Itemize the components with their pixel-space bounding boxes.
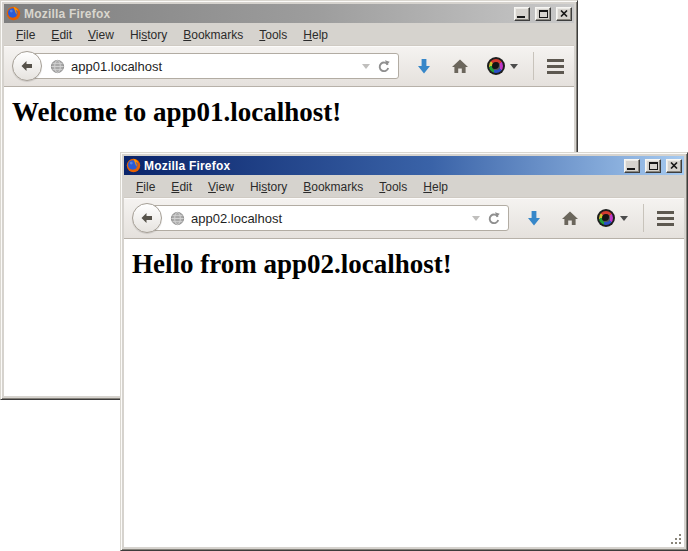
minimize-icon (517, 16, 525, 18)
maximize-button[interactable] (535, 7, 551, 21)
toolbar-separator (533, 52, 534, 80)
menu-help[interactable]: Help (415, 178, 456, 196)
menu-edit[interactable]: Edit (163, 178, 200, 196)
menu-file[interactable]: File (8, 26, 43, 44)
menu-tools[interactable]: Tools (251, 26, 295, 44)
close-icon (670, 162, 678, 169)
close-button[interactable] (666, 159, 682, 173)
close-button[interactable] (556, 7, 572, 21)
menu-bar: File Edit View History Bookmarks Tools H… (124, 176, 684, 197)
back-button[interactable] (12, 51, 42, 81)
extension-button[interactable] (597, 209, 628, 227)
maximize-icon (539, 10, 548, 18)
reload-icon[interactable] (486, 211, 501, 226)
extension-button[interactable] (487, 57, 518, 75)
back-arrow-icon (139, 210, 155, 226)
firefox-logo-icon (126, 158, 141, 173)
url-dropdown-icon[interactable] (472, 216, 480, 225)
menu-view[interactable]: View (200, 178, 242, 196)
menu-bookmarks[interactable]: Bookmarks (295, 178, 371, 196)
globe-favicon (170, 211, 185, 226)
menu-help[interactable]: Help (295, 26, 336, 44)
menu-bookmarks[interactable]: Bookmarks (175, 26, 251, 44)
url-dropdown-icon[interactable] (362, 64, 370, 73)
extension-dropdown-icon (620, 216, 628, 225)
page-heading: Welcome to app01.localhost! (12, 97, 574, 128)
color-wheel-icon (487, 57, 505, 75)
back-arrow-icon (19, 58, 35, 74)
titlebar[interactable]: Mozilla Firefox (4, 4, 574, 23)
page-content: Hello from app02.localhost! (124, 239, 684, 547)
minimize-button[interactable] (624, 159, 640, 173)
hamburger-icon (547, 59, 564, 62)
downloads-button[interactable] (416, 58, 432, 75)
maximize-icon (649, 162, 658, 170)
firefox-logo-icon (6, 6, 21, 21)
menu-history[interactable]: History (122, 26, 175, 44)
close-icon (560, 10, 568, 17)
minimize-icon (627, 168, 635, 170)
reload-icon[interactable] (376, 59, 391, 74)
titlebar[interactable]: Mozilla Firefox (124, 156, 684, 175)
menu-edit[interactable]: Edit (43, 26, 80, 44)
url-text: app02.localhost (191, 211, 466, 226)
menu-tools[interactable]: Tools (371, 178, 415, 196)
page-heading: Hello from app02.localhost! (132, 249, 684, 280)
menu-bar: File Edit View History Bookmarks Tools H… (4, 24, 574, 45)
back-button[interactable] (132, 203, 162, 233)
home-button[interactable] (451, 58, 469, 74)
url-text: app01.localhost (71, 59, 356, 74)
window-title: Mozilla Firefox (144, 159, 619, 173)
minimize-button[interactable] (514, 7, 530, 21)
hamburger-icon (657, 211, 674, 214)
resize-grip[interactable] (670, 533, 683, 546)
menu-view[interactable]: View (80, 26, 122, 44)
globe-favicon (50, 59, 65, 74)
toolbar-separator (643, 204, 644, 232)
menu-file[interactable]: File (128, 178, 163, 196)
navigation-toolbar: app02.localhost (124, 197, 684, 239)
url-bar[interactable]: app02.localhost (145, 205, 509, 231)
menu-button[interactable] (547, 59, 564, 74)
downloads-button[interactable] (526, 210, 542, 227)
color-wheel-icon (597, 209, 615, 227)
menu-button[interactable] (657, 211, 674, 226)
navigation-toolbar: app01.localhost (4, 45, 574, 87)
home-button[interactable] (561, 210, 579, 226)
maximize-button[interactable] (645, 159, 661, 173)
extension-dropdown-icon (510, 64, 518, 73)
browser-window-app02: Mozilla Firefox File Edit View History B… (120, 152, 688, 551)
menu-history[interactable]: History (242, 178, 295, 196)
window-title: Mozilla Firefox (24, 7, 509, 21)
url-bar[interactable]: app01.localhost (25, 53, 399, 79)
